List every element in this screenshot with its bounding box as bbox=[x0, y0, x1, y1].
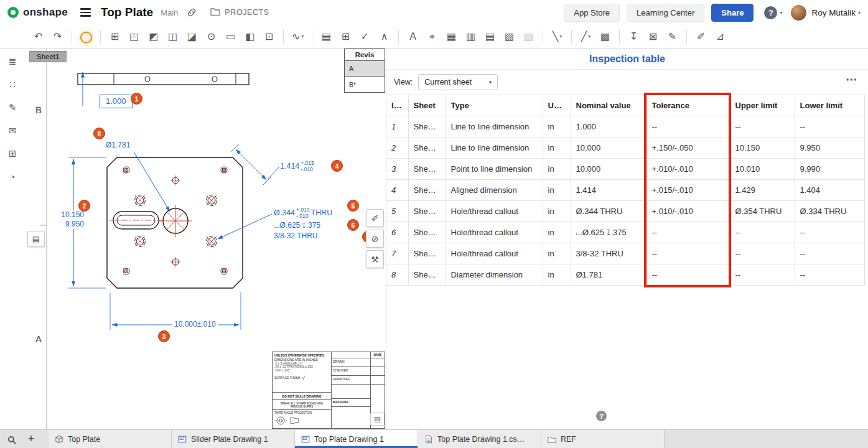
redo-button[interactable]: ↷ bbox=[49, 28, 67, 45]
cut-list-button[interactable]: ▨ bbox=[520, 28, 538, 45]
hole-callout-thread[interactable]: 3/8-32 THRU bbox=[274, 231, 317, 241]
share-button[interactable]: Share bbox=[711, 4, 754, 22]
inspection-row[interactable]: 4Sheet...Aligned dimensionin1.414+.015/-… bbox=[386, 180, 864, 201]
balloon-1[interactable]: 1 bbox=[131, 93, 142, 105]
bom-table-button[interactable]: ▥ bbox=[462, 28, 480, 45]
break-out-section-button[interactable]: ◧ bbox=[241, 28, 259, 45]
centerline-button[interactable]: ╲▾ bbox=[548, 28, 566, 45]
markup-button[interactable]: ✎ bbox=[4, 100, 21, 116]
markup-pen-button[interactable]: ✎ bbox=[663, 28, 681, 45]
drawing-canvas[interactable]: Sheet1 B A 1.000 10.150 9.950 Ø1.781 1.4… bbox=[25, 49, 386, 429]
versions-button[interactable]: ⊞ bbox=[4, 146, 21, 162]
overflow-menu-button[interactable]: ⋯ bbox=[846, 72, 858, 86]
learning-center-button[interactable]: Learning Center bbox=[627, 4, 704, 22]
remove-balloon-button[interactable]: ⊘ bbox=[366, 230, 384, 248]
balloon-3[interactable]: 3 bbox=[158, 330, 170, 342]
undo-button[interactable]: ↶ bbox=[29, 28, 47, 45]
sheet-tab[interactable]: Sheet1 bbox=[29, 51, 67, 62]
undo-icon: ↶ bbox=[34, 32, 42, 42]
tab-slider-plate-drawing-1[interactable]: Slider Plate Drawing 1 bbox=[172, 430, 295, 448]
tab-top-plate-drawing-1-cs-[interactable]: Top Plate Drawing 1.cs… bbox=[418, 430, 541, 448]
surface-finish-button[interactable]: ✓ bbox=[356, 28, 374, 45]
inspect-tool-button[interactable]: ✐ bbox=[366, 209, 384, 227]
line-style-button[interactable]: ╱▾ bbox=[577, 28, 595, 45]
balloon-6[interactable]: 6 bbox=[347, 219, 359, 231]
balloon-2[interactable]: 2 bbox=[78, 200, 90, 212]
dimension-1414[interactable]: 1.414+.015-.010 bbox=[280, 161, 315, 173]
crop-view-button[interactable]: ⊡ bbox=[260, 28, 278, 45]
balloon-5[interactable]: 5 bbox=[347, 200, 359, 212]
inspection-row[interactable]: 5Sheet...Hole/thread calloutinØ.344 THRU… bbox=[386, 201, 864, 222]
tab-ref[interactable]: REF bbox=[541, 430, 665, 448]
broken-view-button[interactable]: ▭ bbox=[222, 28, 240, 45]
tab-top-plate-drawing-1[interactable]: Top Plate Drawing 1 bbox=[295, 430, 418, 448]
toolbar: ↶↷◯⊞◰◩◫◪⊙▭◧⊡∿▾▤⊞✓∧A⌖▦▥▤▧▨╲▾╱▾▩↧⊠✎✐⊿ bbox=[0, 25, 868, 49]
detail-view-button[interactable]: ⊙ bbox=[202, 28, 220, 45]
hole-callout-625[interactable]: ⌴Ø.625 ↧.375 bbox=[274, 221, 320, 230]
dimension-10000[interactable]: 10.000±.010 bbox=[172, 320, 218, 329]
toolbar-divider bbox=[398, 30, 399, 44]
inspection-row[interactable]: 2Sheet...Line to line dimensionin10.000+… bbox=[386, 138, 864, 159]
projected-view-button[interactable]: ◰ bbox=[125, 28, 143, 45]
comments-button[interactable]: ✉ bbox=[4, 123, 21, 139]
tab-top-plate[interactable]: Top Plate bbox=[49, 430, 172, 448]
breadcrumb-project[interactable]: PROJECTS bbox=[210, 7, 269, 17]
inspection-row[interactable]: 3Sheet...Point to line dimensionin10.000… bbox=[386, 159, 864, 180]
inspection-stamp-icon: ✐ bbox=[697, 32, 705, 42]
sheet-settings-button[interactable]: ▤ bbox=[370, 413, 385, 426]
hole-table-button[interactable]: ▤ bbox=[481, 28, 499, 45]
inspection-row[interactable]: 6Sheet...Hole/thread calloutin⌴Ø.625 ↧.3… bbox=[386, 222, 864, 243]
aligned-section-button[interactable]: ◪ bbox=[183, 28, 201, 45]
main-menu-button[interactable] bbox=[80, 8, 91, 16]
export-dxf-button[interactable]: ↧ bbox=[625, 28, 643, 45]
inspection-row[interactable]: 8Sheet...Diameter dimensioninØ1.781-----… bbox=[386, 264, 864, 286]
balloon-8[interactable]: 8 bbox=[93, 128, 105, 139]
hatch-button[interactable]: ▩ bbox=[596, 28, 614, 45]
weld-symbol-button[interactable]: ∧ bbox=[375, 28, 393, 45]
tab-search-button[interactable] bbox=[0, 430, 22, 448]
table-button[interactable]: ▦ bbox=[442, 28, 460, 45]
view-select[interactable]: Current sheet ▾ bbox=[418, 74, 498, 90]
cell-type: Line to line dimension bbox=[446, 116, 543, 138]
export-image-button[interactable]: ⊠ bbox=[644, 28, 662, 45]
help-menu[interactable]: ? ▾ bbox=[764, 6, 782, 19]
sheets-panel-button[interactable]: ≣ bbox=[4, 54, 21, 70]
inspection-table-button[interactable]: ⊿ bbox=[711, 28, 729, 45]
text-button[interactable]: A bbox=[404, 28, 422, 45]
workspace-label[interactable]: Main bbox=[161, 8, 178, 17]
dimension-10150-9950[interactable]: 10.150 9.950 bbox=[57, 210, 84, 229]
cell-type: Diameter dimension bbox=[446, 264, 543, 286]
inspection-row[interactable]: 1Sheet...Line to line dimensionin1.000--… bbox=[386, 116, 864, 138]
user-menu[interactable]: Roy Mutalik ▾ bbox=[791, 5, 861, 21]
revision-table[interactable]: Revis A B* bbox=[344, 49, 385, 93]
revision-table-button[interactable]: ▧ bbox=[500, 28, 518, 45]
dimension-1000[interactable]: 1.000 bbox=[100, 95, 133, 108]
auto-balloon-button[interactable]: ∷ bbox=[4, 77, 21, 93]
geometric-tolerance-button[interactable]: ⊞ bbox=[337, 28, 355, 45]
auxiliary-view-button[interactable]: ◩ bbox=[144, 28, 162, 45]
hole-callout-344[interactable]: Ø.344+.010-.010THRU bbox=[274, 207, 332, 220]
history-button[interactable]: ◔ bbox=[4, 169, 21, 185]
tol-minus: -.010 bbox=[301, 167, 314, 173]
titleblock-cell bbox=[371, 367, 385, 376]
inspection-stamp-button[interactable]: ✐ bbox=[692, 28, 710, 45]
tools-button[interactable]: ⚒ bbox=[366, 250, 384, 268]
panel-help-button[interactable]: ? bbox=[596, 411, 607, 421]
dimension-diameter-1781[interactable]: Ø1.781 bbox=[106, 141, 130, 150]
center-mark-button[interactable]: ◯ bbox=[77, 28, 95, 45]
insert-view-button[interactable]: ⊞ bbox=[106, 28, 124, 45]
balloon-4[interactable]: 4 bbox=[331, 160, 343, 172]
note-button[interactable]: ▤ bbox=[317, 28, 335, 45]
add-tab-button[interactable]: + bbox=[22, 430, 40, 448]
title-block: UNLESS OTHERWISE SPECIFIED: DIMENSIONS A… bbox=[272, 352, 385, 429]
app-store-button[interactable]: App Store bbox=[564, 4, 620, 22]
inspection-row[interactable]: 7Sheet...Hole/thread calloutin3/8-32 THR… bbox=[386, 243, 864, 264]
sheet-panel-button[interactable]: ▤ bbox=[27, 231, 45, 247]
auxiliary-view-icon: ◩ bbox=[149, 32, 158, 42]
spline-button[interactable]: ∿▾ bbox=[289, 28, 307, 45]
onshape-logo[interactable]: onshape bbox=[7, 6, 68, 19]
section-view-button[interactable]: ◫ bbox=[164, 28, 182, 45]
share-link-icon[interactable] bbox=[187, 7, 197, 17]
inspection-symbol-button[interactable]: ⌖ bbox=[423, 28, 441, 45]
insert-view-icon: ⊞ bbox=[111, 32, 119, 42]
